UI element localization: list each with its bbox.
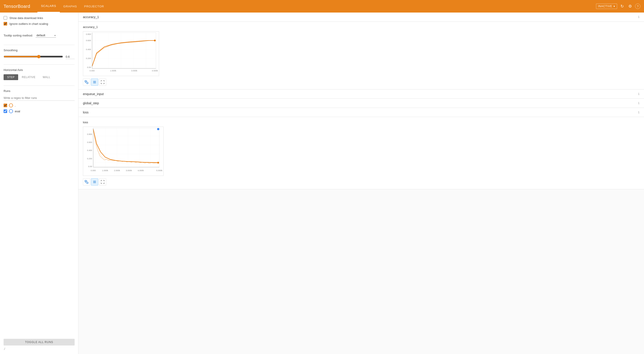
ignore-outliers-checkbox[interactable] [4, 22, 7, 25]
section-global-step-header[interactable]: global_step 1 [78, 99, 644, 108]
toggle-runs-section: TOGGLE ALL RUNS [4, 335, 74, 346]
tooltip-sorting-label: Tooltip sorting method: [4, 34, 33, 37]
nav-projector[interactable]: PROJECTOR [81, 0, 108, 12]
loss-chart-container: 0.00 0.200 0.400 0.600 0.800 0.000 1.000… [83, 127, 640, 185]
main-nav: SCALARS GRAPHS PROJECTOR [38, 0, 596, 12]
app-logo: TensorBoard [4, 4, 30, 9]
svg-rect-13 [87, 82, 88, 84]
svg-text:3.000k: 3.000k [126, 170, 132, 172]
loss-chart-title: loss [83, 121, 640, 124]
accuracy-chart-svg-wrapper: 0.00 0.200 0.400 0.600 0.800 0.000 1.500… [83, 31, 164, 77]
loss-end-dot [157, 162, 159, 164]
list-icon-loss [93, 180, 96, 184]
accuracy-fullscreen-button[interactable] [99, 79, 106, 86]
divider-1 [4, 45, 74, 45]
settings-section: Show data download links Ignore outliers… [4, 16, 74, 28]
settings-icon[interactable]: ⚙ [627, 3, 633, 9]
smoothing-label: Smoothing [4, 49, 74, 52]
svg-text:1.500k: 1.500k [110, 70, 116, 72]
header-right: INACTIVE ▾ ↻ ⚙ ? [596, 3, 640, 9]
section-enqueue-count: 1 [638, 92, 640, 96]
accuracy-chart-actions [83, 79, 640, 86]
loss-top-dot [157, 128, 159, 130]
svg-text:4.500k: 4.500k [152, 70, 158, 72]
sidebar: Show data download links Ignore outliers… [0, 12, 78, 354]
loss-data-button[interactable] [91, 178, 98, 185]
divider-3 [4, 85, 74, 86]
section-loss-header[interactable]: loss 1 [78, 108, 644, 117]
section-accuracy-header[interactable]: accuracy_1 1 [78, 12, 644, 22]
accuracy-end-dot [154, 40, 156, 41]
smoothing-slider[interactable] [4, 55, 63, 58]
section-accuracy-title: accuracy_1 [83, 15, 99, 19]
svg-rect-33 [85, 180, 86, 182]
fullscreen-icon-loss [101, 180, 104, 184]
smoothing-row: 0.6 [4, 55, 74, 59]
horizontal-axis-label: Horizontal Axis [4, 68, 74, 72]
loss-chart-actions [83, 178, 640, 185]
tooltip-sorting-select[interactable]: default ascending descending nearest [36, 33, 56, 38]
axis-relative-button[interactable]: RELATIVE [18, 74, 39, 80]
section-global-step-title: global_step [83, 101, 99, 105]
section-accuracy-count: 1 [638, 15, 640, 18]
svg-rect-12 [85, 81, 86, 82]
section-enqueue-header[interactable]: enqueue_input 1 [78, 90, 644, 99]
runs-label: Runs [4, 89, 74, 93]
show-data-links-label: Show data download links [10, 16, 43, 20]
help-icon[interactable]: ? [635, 3, 640, 9]
svg-text:1.000k: 1.000k [102, 170, 108, 172]
accuracy-data-button[interactable] [91, 79, 98, 86]
smoothing-section: Smoothing 0.6 [4, 49, 74, 59]
loss-chart-svg: 0.00 0.200 0.400 0.600 0.800 0.000 1.000… [83, 127, 164, 176]
section-loss-title: loss [83, 111, 88, 114]
axis-wall-button[interactable]: WALL [39, 74, 54, 80]
svg-text:0.00: 0.00 [88, 165, 92, 168]
tooltip-select-wrapper: default ascending descending nearest ▾ [36, 33, 56, 38]
svg-text:3.000k: 3.000k [131, 70, 137, 72]
axis-step-button[interactable]: STEP [4, 74, 18, 80]
chevron-down-icon: ▾ [614, 5, 615, 8]
accuracy-expand-button[interactable] [83, 79, 90, 86]
run-dot-label: . [15, 104, 16, 107]
section-enqueue-title: enqueue_input [83, 92, 104, 96]
axis-buttons: STEP RELATIVE WALL [4, 74, 74, 80]
run-eval-checkbox[interactable] [4, 109, 7, 113]
svg-text:0.400: 0.400 [87, 149, 92, 152]
loss-expand-button[interactable] [83, 178, 90, 185]
fullscreen-icon [101, 80, 104, 84]
section-loss-count: 1 [638, 111, 640, 114]
svg-rect-0 [92, 33, 156, 68]
show-data-links-row: Show data download links [4, 16, 74, 20]
smoothing-slider-wrapper [4, 55, 63, 59]
main-content: accuracy_1 1 accuracy_1 [78, 12, 644, 354]
run-item-eval: eval [4, 109, 74, 113]
accuracy-chart-svg: 0.00 0.200 0.400 0.600 0.800 0.000 1.500… [83, 31, 159, 76]
svg-text:5.000k: 5.000k [156, 170, 162, 172]
ignore-outliers-label: Ignore outliers in chart scaling [10, 22, 48, 25]
nav-graphs[interactable]: GRAPHS [60, 0, 81, 12]
run-dot-checkbox[interactable] [4, 104, 7, 107]
run-item-dot: . [4, 103, 74, 107]
main-layout: Show data download links Ignore outliers… [0, 12, 644, 354]
svg-text:0.200: 0.200 [86, 57, 91, 59]
smoothing-value: 0.6 [66, 55, 74, 59]
show-data-links-checkbox[interactable] [4, 16, 7, 20]
run-dot-icon [9, 103, 13, 107]
list-icon [93, 80, 96, 84]
refresh-icon[interactable]: ↻ [619, 3, 625, 9]
svg-rect-34 [87, 182, 88, 183]
svg-text:0.200: 0.200 [87, 158, 92, 160]
accuracy-chart-card: accuracy_1 [78, 22, 644, 90]
expand-icon-loss [85, 180, 88, 184]
expand-icon [85, 80, 88, 84]
runs-filter-input[interactable] [4, 95, 74, 101]
svg-text:0.600: 0.600 [87, 141, 92, 144]
app-header: TensorBoard SCALARS GRAPHS PROJECTOR INA… [0, 0, 644, 12]
toggle-all-runs-button[interactable]: TOGGLE ALL RUNS [4, 339, 74, 346]
svg-text:0.800: 0.800 [86, 33, 91, 35]
status-dropdown[interactable]: INACTIVE ▾ [596, 3, 617, 9]
loss-fullscreen-button[interactable] [99, 178, 106, 185]
sidebar-footer: ./ [4, 347, 74, 351]
svg-text:2.000k: 2.000k [114, 170, 120, 172]
nav-scalars[interactable]: SCALARS [38, 0, 60, 12]
